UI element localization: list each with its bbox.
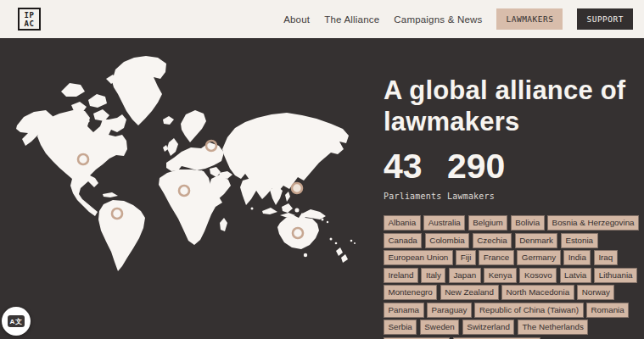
- country-list: AlbaniaAustraliaBelgiumBoliviaBosnia & H…: [384, 215, 644, 339]
- nav-the-alliance[interactable]: The Alliance: [324, 14, 379, 25]
- country-tag: Canada: [384, 233, 422, 248]
- country-tag: North Macedonia: [501, 285, 574, 300]
- country-tag: Sweden: [420, 320, 459, 335]
- country-tag: Bosnia & Herzegovina: [547, 215, 639, 231]
- translate-button[interactable]: A文: [2, 307, 31, 336]
- country-tag: Paraguay: [427, 303, 472, 318]
- country-tag: Lithuania: [594, 268, 637, 283]
- support-button[interactable]: SUPPORT: [577, 8, 633, 30]
- country-tag: The Netherlands: [518, 320, 588, 335]
- country-tag: Bolivia: [511, 215, 545, 231]
- hero-section: A global alliance of lawmakers 43 Parlia…: [0, 38, 644, 339]
- nav-campaigns-news[interactable]: Campaigns & News: [394, 14, 482, 25]
- country-tag: Iraq: [594, 250, 618, 265]
- country-tag: Germany: [517, 250, 560, 265]
- logo-line-2: AC: [25, 19, 35, 28]
- parliaments-label: Parliaments: [384, 192, 447, 201]
- country-tag: Kenya: [484, 268, 517, 283]
- country-tag: Latvia: [560, 268, 591, 283]
- lawmakers-button[interactable]: LAWMAKERS: [496, 8, 563, 30]
- site-header: IP AC About The Alliance Campaigns & New…: [0, 0, 644, 38]
- country-tag: Montenegro: [384, 285, 437, 300]
- country-tag: India: [563, 250, 591, 265]
- country-tag: Ireland: [384, 268, 418, 283]
- ipac-logo[interactable]: IP AC: [18, 8, 41, 31]
- translate-icon: A文: [8, 315, 25, 327]
- country-tag: Denmark: [515, 233, 558, 248]
- country-tag: European Union: [384, 250, 453, 265]
- country-tag: New Zealand: [440, 285, 499, 300]
- map-marker-east-asia: [292, 183, 302, 193]
- country-tag: Belgium: [468, 215, 507, 231]
- country-tag: Colombia: [425, 233, 469, 248]
- country-tag: Estonia: [561, 233, 598, 248]
- country-tag: France: [479, 250, 514, 265]
- country-tag: Norway: [577, 285, 614, 300]
- logo-line-1: IP: [25, 11, 35, 19]
- country-tag: Republic of China (Taiwan): [474, 303, 583, 318]
- country-tag: Switzerland: [462, 320, 515, 335]
- country-tag: Romania: [586, 303, 629, 318]
- country-tag: Italy: [421, 268, 445, 283]
- main-nav: About The Alliance Campaigns & News LAWM…: [283, 0, 633, 38]
- country-tag: Serbia: [384, 320, 417, 335]
- lawmakers-count: 290: [447, 148, 505, 184]
- hero-content: A global alliance of lawmakers 43 Parlia…: [384, 75, 638, 339]
- stats-row: 43 Parliaments 290 Lawmakers: [384, 148, 638, 201]
- country-tag: Australia: [423, 215, 465, 231]
- country-tag: Panama: [384, 303, 424, 318]
- country-tag: Czechia: [473, 233, 512, 248]
- nav-about[interactable]: About: [283, 14, 310, 25]
- stat-parliaments: 43 Parliaments: [384, 148, 447, 201]
- country-tag: Japan: [449, 268, 481, 283]
- hero-title: A global alliance of lawmakers: [384, 75, 638, 137]
- hero-title-line2: lawmakers: [384, 107, 519, 136]
- hero-title-line1: A global alliance of: [384, 75, 625, 105]
- stat-lawmakers: 290 Lawmakers: [447, 148, 505, 201]
- parliaments-count: 43: [384, 148, 447, 184]
- lawmakers-label: Lawmakers: [447, 192, 505, 201]
- country-tag: Kosovo: [519, 268, 557, 283]
- country-tag: Fiji: [456, 250, 476, 265]
- country-tag: Albania: [384, 215, 421, 231]
- world-map: [0, 38, 373, 339]
